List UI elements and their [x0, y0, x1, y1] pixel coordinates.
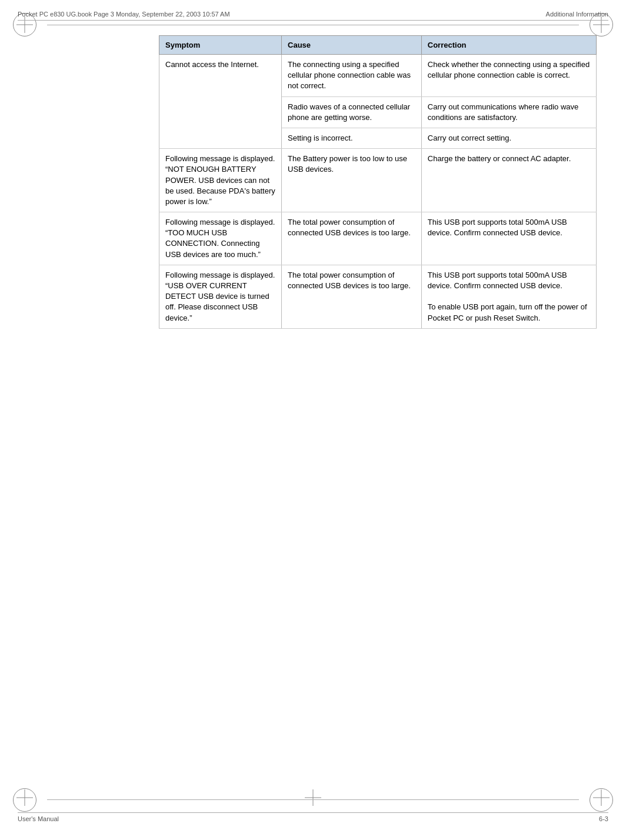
page-footer: User's Manual 6-3 [18, 812, 608, 822]
correction-cell-0-0: Check whether the connecting using a spe… [421, 55, 596, 97]
footer-right: 6-3 [599, 815, 608, 822]
col-header-symptom: Symptom [159, 36, 282, 55]
table-header-row: Symptom Cause Correction [159, 36, 597, 55]
footer-left: User's Manual [18, 815, 59, 822]
bottom-rule [47, 799, 579, 800]
cause-cell-0-1: Radio waves of a connected cellular phon… [282, 96, 422, 128]
symptom-cell-2: Following message is displayed.“TOO MUCH… [159, 212, 282, 265]
correction-cell-0-2: Carry out correct setting. [421, 128, 596, 148]
symptom-cell-1: Following message is displayed. “NOT ENO… [159, 149, 282, 212]
correction-cell-3-0: This USB port supports total 500mA USB d… [421, 265, 596, 328]
table-row: Cannot access the Internet.The connectin… [159, 55, 597, 97]
page-header: Pocket PC e830 UG.book Page 3 Monday, Se… [18, 11, 608, 21]
correction-cell-0-1: Carry out communications where radio wav… [421, 96, 596, 128]
correction-cell-1-0: Charge the battery or connect AC adapter… [421, 149, 596, 212]
cause-cell-0-2: Setting is incorrect. [282, 128, 422, 148]
correction-cell-2-0: This USB port supports total 500mA USB d… [421, 212, 596, 265]
col-header-cause: Cause [282, 36, 422, 55]
crosshair-bl [16, 789, 33, 808]
troubleshoot-table: Symptom Cause Correction Cannot access t… [159, 35, 597, 329]
col-header-correction: Correction [421, 36, 596, 55]
table-row: Following message is displayed.“TOO MUCH… [159, 212, 597, 265]
cause-cell-0-0: The connecting using a specified cellula… [282, 55, 422, 97]
table-row: Following message is displayed.“USB OVER… [159, 265, 597, 328]
content-area: Symptom Cause Correction Cannot access t… [159, 35, 597, 793]
top-rule [47, 25, 579, 25]
header-right: Additional Information [546, 11, 608, 18]
cause-cell-1-0: The Battery power is too low to use USB … [282, 149, 422, 212]
header-left: Pocket PC e830 UG.book Page 3 Monday, Se… [18, 11, 230, 18]
table-row: Following message is displayed. “NOT ENO… [159, 149, 597, 212]
cause-cell-2-0: The total power consumption of connected… [282, 212, 422, 265]
cause-cell-3-0: The total power consumption of connected… [282, 265, 422, 328]
symptom-cell-3: Following message is displayed.“USB OVER… [159, 265, 282, 328]
symptom-cell-0: Cannot access the Internet. [159, 55, 282, 149]
